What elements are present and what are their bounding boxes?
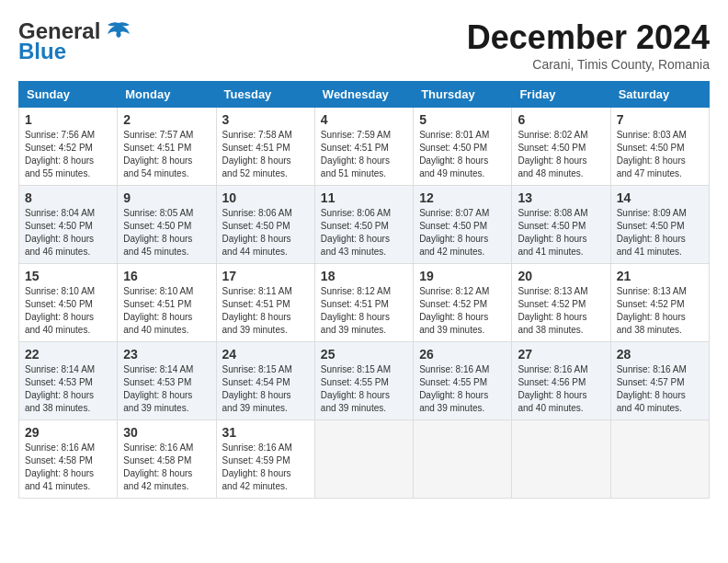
day-info: Sunrise: 8:16 AM Sunset: 4:56 PM Dayligh…: [518, 363, 604, 415]
day-number: 4: [321, 112, 407, 127]
sunrise-text: Sunrise: 8:12 AM: [321, 286, 391, 296]
calendar-day-cell: 26 Sunrise: 8:16 AM Sunset: 4:55 PM Dayl…: [414, 342, 512, 420]
calendar-day-cell: 21 Sunrise: 8:13 AM Sunset: 4:52 PM Dayl…: [610, 264, 709, 342]
day-info: Sunrise: 8:16 AM Sunset: 4:58 PM Dayligh…: [123, 442, 210, 493]
calendar-day-cell: 30 Sunrise: 8:16 AM Sunset: 4:58 PM Dayl…: [118, 420, 216, 499]
calendar-day-cell: 24 Sunrise: 8:15 AM Sunset: 4:54 PM Dayl…: [216, 342, 314, 420]
sunrise-text: Sunrise: 8:12 AM: [419, 286, 489, 296]
day-info: Sunrise: 8:04 AM Sunset: 4:50 PM Dayligh…: [25, 207, 111, 259]
col-thursday: Thursday: [414, 82, 512, 108]
daylight-text: Daylight: 8 hours and 39 minutes.: [222, 390, 291, 413]
sunset-text: Sunset: 4:58 PM: [123, 455, 191, 465]
sunrise-text: Sunrise: 8:07 AM: [419, 208, 489, 218]
daylight-text: Daylight: 8 hours and 48 minutes.: [518, 155, 586, 178]
daylight-text: Daylight: 8 hours and 40 minutes.: [123, 312, 192, 335]
sunrise-text: Sunrise: 8:16 AM: [617, 364, 687, 374]
calendar-day-cell: 4 Sunrise: 7:59 AM Sunset: 4:51 PM Dayli…: [314, 108, 413, 186]
sunset-text: Sunset: 4:50 PM: [321, 221, 389, 231]
calendar-day-cell: 7 Sunrise: 8:03 AM Sunset: 4:50 PM Dayli…: [610, 108, 709, 186]
calendar-day-cell: [314, 420, 413, 499]
day-number: 17: [222, 269, 309, 283]
title-block: December 2024 Carani, Timis County, Roma…: [467, 18, 710, 72]
day-info: Sunrise: 8:11 AM Sunset: 4:51 PM Dayligh…: [222, 285, 309, 337]
daylight-text: Daylight: 8 hours and 38 minutes.: [617, 312, 686, 335]
day-number: 6: [518, 112, 604, 127]
month-title: December 2024: [467, 18, 710, 57]
day-number: 23: [123, 347, 210, 362]
sunrise-text: Sunrise: 8:05 AM: [123, 208, 193, 218]
sunrise-text: Sunrise: 8:16 AM: [25, 442, 95, 453]
calendar-day-cell: 5 Sunrise: 8:01 AM Sunset: 4:50 PM Dayli…: [414, 108, 512, 186]
day-info: Sunrise: 8:16 AM Sunset: 4:58 PM Dayligh…: [25, 442, 111, 493]
logo-bird-icon: [106, 21, 131, 41]
calendar-day-cell: 17 Sunrise: 8:11 AM Sunset: 4:51 PM Dayl…: [216, 264, 314, 342]
daylight-text: Daylight: 8 hours and 39 minutes.: [222, 312, 291, 335]
daylight-text: Daylight: 8 hours and 41 minutes.: [617, 234, 686, 257]
day-number: 15: [25, 269, 111, 283]
daylight-text: Daylight: 8 hours and 38 minutes.: [518, 312, 586, 335]
calendar-day-cell: [414, 420, 512, 499]
sunset-text: Sunset: 4:51 PM: [321, 299, 389, 309]
sunrise-text: Sunrise: 8:04 AM: [25, 208, 95, 218]
daylight-text: Daylight: 8 hours and 40 minutes.: [617, 390, 686, 413]
calendar-day-cell: [512, 420, 610, 499]
sunset-text: Sunset: 4:55 PM: [321, 377, 389, 387]
calendar-day-cell: 14 Sunrise: 8:09 AM Sunset: 4:50 PM Dayl…: [610, 186, 709, 264]
sunrise-text: Sunrise: 8:16 AM: [518, 364, 587, 374]
day-info: Sunrise: 8:06 AM Sunset: 4:50 PM Dayligh…: [222, 207, 309, 259]
calendar-day-cell: 15 Sunrise: 8:10 AM Sunset: 4:50 PM Dayl…: [19, 264, 118, 342]
daylight-text: Daylight: 8 hours and 39 minutes.: [419, 390, 488, 413]
day-number: 26: [419, 347, 506, 362]
daylight-text: Daylight: 8 hours and 46 minutes.: [25, 234, 94, 257]
day-number: 25: [321, 347, 407, 362]
day-number: 24: [222, 347, 309, 362]
day-number: 16: [123, 269, 210, 283]
sunset-text: Sunset: 4:59 PM: [222, 455, 290, 465]
calendar-day-cell: 11 Sunrise: 8:06 AM Sunset: 4:50 PM Dayl…: [314, 186, 413, 264]
calendar-week-row: 15 Sunrise: 8:10 AM Sunset: 4:50 PM Dayl…: [19, 264, 710, 342]
day-info: Sunrise: 8:03 AM Sunset: 4:50 PM Dayligh…: [617, 129, 703, 180]
calendar-day-cell: 20 Sunrise: 8:13 AM Sunset: 4:52 PM Dayl…: [512, 264, 610, 342]
daylight-text: Daylight: 8 hours and 55 minutes.: [25, 155, 94, 178]
day-info: Sunrise: 8:07 AM Sunset: 4:50 PM Dayligh…: [419, 207, 506, 259]
day-number: 29: [25, 425, 111, 440]
calendar-day-cell: 18 Sunrise: 8:12 AM Sunset: 4:51 PM Dayl…: [314, 264, 413, 342]
sunrise-text: Sunrise: 7:56 AM: [25, 130, 95, 140]
daylight-text: Daylight: 8 hours and 44 minutes.: [222, 234, 291, 257]
day-info: Sunrise: 7:56 AM Sunset: 4:52 PM Dayligh…: [25, 129, 111, 180]
daylight-text: Daylight: 8 hours and 41 minutes.: [25, 468, 94, 491]
calendar-week-row: 8 Sunrise: 8:04 AM Sunset: 4:50 PM Dayli…: [19, 186, 710, 264]
calendar-day-cell: 19 Sunrise: 8:12 AM Sunset: 4:52 PM Dayl…: [414, 264, 512, 342]
calendar-day-cell: 1 Sunrise: 7:56 AM Sunset: 4:52 PM Dayli…: [19, 108, 118, 186]
sunrise-text: Sunrise: 8:15 AM: [222, 364, 292, 374]
day-number: 27: [518, 347, 604, 362]
sunrise-text: Sunrise: 8:14 AM: [25, 364, 95, 374]
sunset-text: Sunset: 4:50 PM: [419, 143, 487, 153]
sunset-text: Sunset: 4:50 PM: [25, 299, 93, 309]
calendar-day-cell: 12 Sunrise: 8:07 AM Sunset: 4:50 PM Dayl…: [414, 186, 512, 264]
sunrise-text: Sunrise: 8:16 AM: [419, 364, 489, 374]
sunset-text: Sunset: 4:50 PM: [419, 221, 487, 231]
daylight-text: Daylight: 8 hours and 39 minutes.: [321, 390, 390, 413]
daylight-text: Daylight: 8 hours and 47 minutes.: [617, 155, 686, 178]
sunset-text: Sunset: 4:50 PM: [518, 221, 586, 231]
day-info: Sunrise: 8:10 AM Sunset: 4:50 PM Dayligh…: [25, 285, 111, 337]
calendar-day-cell: 6 Sunrise: 8:02 AM Sunset: 4:50 PM Dayli…: [512, 108, 610, 186]
sunset-text: Sunset: 4:52 PM: [518, 299, 586, 309]
calendar-week-row: 1 Sunrise: 7:56 AM Sunset: 4:52 PM Dayli…: [19, 108, 710, 186]
location-text: Carani, Timis County, Romania: [467, 57, 710, 72]
sunrise-text: Sunrise: 8:14 AM: [123, 364, 193, 374]
page-header: General Blue December 2024 Carani, Timis…: [18, 18, 710, 72]
day-info: Sunrise: 8:16 AM Sunset: 4:59 PM Dayligh…: [222, 442, 309, 493]
sunrise-text: Sunrise: 8:09 AM: [617, 208, 687, 218]
sunset-text: Sunset: 4:50 PM: [617, 221, 685, 231]
day-number: 5: [419, 112, 506, 127]
sunset-text: Sunset: 4:52 PM: [617, 299, 685, 309]
day-number: 30: [123, 425, 210, 440]
calendar-day-cell: 22 Sunrise: 8:14 AM Sunset: 4:53 PM Dayl…: [19, 342, 118, 420]
daylight-text: Daylight: 8 hours and 40 minutes.: [518, 390, 586, 413]
day-number: 21: [617, 269, 703, 283]
day-info: Sunrise: 7:59 AM Sunset: 4:51 PM Dayligh…: [321, 129, 407, 180]
sunset-text: Sunset: 4:50 PM: [518, 143, 586, 153]
sunrise-text: Sunrise: 8:16 AM: [123, 442, 193, 453]
